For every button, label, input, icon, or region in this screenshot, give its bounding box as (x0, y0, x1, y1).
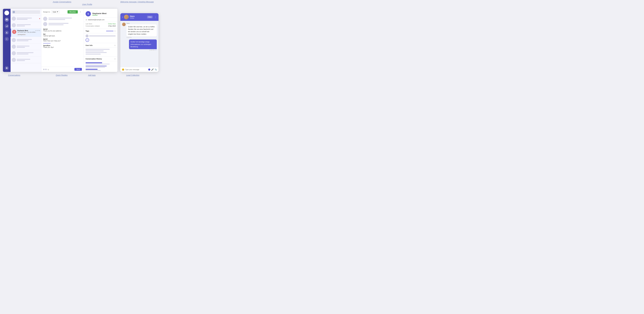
assign-label: Assign to: (43, 11, 50, 13)
conv-initiated-value: 2 Nov 2019 (108, 25, 116, 27)
sidebar: ? (3, 9, 10, 72)
sidebar-logo-avatar (4, 10, 9, 15)
message-time: 12:15 PM (35, 30, 40, 31)
attachment-icon[interactable]: 📎 (154, 68, 157, 71)
avatar (12, 38, 16, 42)
chat-app-window: ? (3, 9, 118, 72)
user-meta: Last Seen Online Now Conversation initia… (84, 22, 118, 29)
annotation-welcome-message: Welcome message / Greeting Message (120, 1, 154, 3)
conv-history-section-header[interactable]: Conversation History ∧ (84, 57, 118, 61)
chat-header: Assign to: Kylie Resolve ⋮ (42, 9, 84, 15)
quick-reply-item[interactable]: /great Thank you for your patience. (43, 28, 82, 32)
add-tag-button[interactable]: + (86, 38, 89, 42)
resolve-button[interactable]: Resolve (68, 10, 78, 14)
send-dot-button[interactable] (148, 68, 150, 70)
conversation-tag: pendingrefund (17, 34, 26, 35)
annotation-assign-conversations: Assign Conversations (53, 1, 71, 3)
svg-text:?: ? (6, 68, 7, 69)
avatar (12, 16, 16, 21)
last-seen-value: Online Now (108, 23, 116, 25)
quick-reply-item[interactable]: /goodbye Thank you. Bye! (43, 44, 82, 48)
list-item[interactable] (10, 44, 41, 50)
quick-reply-text: Thank you. Bye! (43, 46, 82, 48)
agent-message-bubble: Grüße! Wir sind hier, um dir zu helfen. … (126, 24, 157, 36)
conversations-panel: S Stephanie West 12:15 PM I am stuck her… (10, 9, 42, 72)
widget-back-button[interactable]: ‹ (122, 16, 123, 18)
svg-rect-0 (6, 19, 8, 20)
tags-chevron-icon: ∧ (114, 30, 116, 32)
sidebar-icon-reports[interactable] (5, 24, 9, 28)
widget-more-button[interactable]: ⋮ (154, 16, 157, 18)
quick-reply-text: Thank you for your patience. (43, 30, 82, 32)
conv-history-list (84, 61, 118, 72)
agent-avatar (124, 15, 129, 19)
online-status-dot (128, 18, 129, 19)
widget-input-area: 😊 🎤 📎 (120, 67, 158, 72)
user-message-wrapper: Grüße! Ich benötige einige Informationen… (122, 40, 157, 51)
faq-button[interactable]: FAQ (147, 16, 153, 18)
user-name: Stephanie West (92, 12, 106, 14)
user-info-section-header[interactable]: User Info ∧ (84, 43, 118, 48)
annotation-add-tags: Add tags (88, 74, 96, 76)
tags-area: + (84, 33, 118, 43)
avatar (12, 23, 16, 27)
quick-reply-item[interactable]: /go I will be right back. (43, 33, 82, 37)
tags-section-title: Tags (86, 30, 89, 32)
sidebar-icon-conversations[interactable] (5, 18, 9, 22)
search-bar-container (10, 9, 41, 16)
agent-message-avatar (122, 22, 126, 26)
user-header: S Stephanie West (84, 9, 118, 18)
quick-reply-command: /great (43, 28, 82, 30)
emoji-dot (45, 69, 47, 70)
user-info-fields (84, 48, 118, 57)
agent-info: Hans Online (130, 15, 146, 19)
search-input-bar[interactable] (12, 10, 40, 14)
more-options-button[interactable]: ⋮ (79, 10, 82, 13)
list-item[interactable] (10, 16, 41, 22)
assign-dropdown[interactable]: Kylie (51, 10, 60, 13)
quick-replies-list: /great Thank you for your patience. /go … (42, 15, 84, 66)
conversation-content: Stephanie West 12:15 PM I am stuck here.… (17, 30, 40, 36)
user-avatar: S (86, 11, 91, 16)
quick-reply-command: /go (43, 33, 82, 35)
message-preview: I am stuck here. Can you pleas... (17, 32, 40, 33)
sidebar-icon-contacts[interactable] (5, 30, 9, 35)
list-item[interactable] (10, 22, 41, 28)
sidebar-icon-settings[interactable] (5, 37, 9, 41)
user-message-timestamp: 12:39 PM ✓✓ (150, 50, 157, 51)
list-item-active[interactable]: S Stephanie West 12:15 PM I am stuck her… (10, 28, 41, 37)
send-button[interactable]: Send (74, 68, 82, 71)
user-info-chevron-icon: ∧ (114, 44, 116, 46)
chat-input-area: /g Send (42, 66, 84, 72)
user-info-section-title: User Info (86, 44, 92, 46)
tag-icon (86, 34, 88, 38)
avatar (12, 58, 16, 62)
agent-message-content: Hans Grüße! Wir sind hier, um dir zu hel… (126, 22, 157, 38)
tags-section-header[interactable]: Tags ∧ (84, 29, 118, 33)
last-seen-label: Last Seen (86, 23, 92, 25)
quick-reply-item[interactable]: /greet Hello! How can I help you? (43, 38, 82, 42)
user-email: stephanie@example.com (88, 19, 104, 20)
input-partial-text: /g (48, 68, 49, 70)
read-check-icon: ✓✓ (155, 50, 157, 51)
agent-message-row: Hans Grüße! Wir sind hier, um dir zu hel… (122, 22, 157, 38)
quick-reply-text: I will be right back. (43, 35, 82, 37)
avatar (12, 44, 16, 49)
microphone-icon[interactable]: 🎤 (151, 68, 154, 71)
list-item[interactable] (10, 37, 41, 44)
quick-reply-command: /greet (43, 38, 82, 40)
conv-history-section-title: Conversation History (86, 58, 102, 60)
annotation-conversations: Conversations (8, 74, 20, 76)
user-message-bubble: Grüße! Ich benötige einige Informationen… (129, 40, 157, 49)
conv-initiated-label: Conversation initiated (86, 25, 100, 27)
avatar: S (12, 30, 16, 34)
search-icon (12, 11, 15, 13)
emoji-icon[interactable]: 😊 (122, 68, 124, 71)
list-item[interactable] (10, 57, 41, 63)
conv-history-chevron-icon: ∧ (114, 58, 116, 60)
widget-messages: Hans Grüße! Wir sind hier, um dir zu hel… (120, 21, 158, 67)
list-item[interactable] (10, 50, 41, 57)
svg-rect-2 (6, 26, 7, 27)
message-input[interactable] (125, 69, 147, 70)
sidebar-icon-help[interactable]: ? (5, 66, 9, 70)
